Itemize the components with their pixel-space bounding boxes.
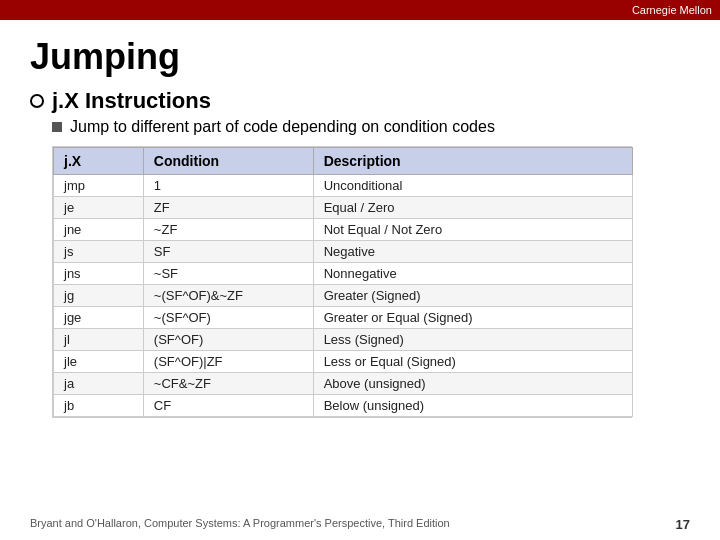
col-header-jx: j.X	[54, 148, 144, 175]
table-cell-1-2: Equal / Zero	[313, 197, 632, 219]
table-cell-6-0: jge	[54, 307, 144, 329]
table-cell-8-2: Less or Equal (Signed)	[313, 351, 632, 373]
table-cell-3-0: js	[54, 241, 144, 263]
table-cell-8-0: jle	[54, 351, 144, 373]
table-cell-1-0: je	[54, 197, 144, 219]
table-cell-6-1: ~(SF^OF)	[143, 307, 313, 329]
table-row: jg~(SF^OF)&~ZFGreater (Signed)	[54, 285, 633, 307]
table-container: j.X Condition Description jmp1Unconditio…	[52, 146, 632, 418]
table-cell-7-2: Less (Signed)	[313, 329, 632, 351]
table-cell-0-2: Unconditional	[313, 175, 632, 197]
table-cell-3-2: Negative	[313, 241, 632, 263]
table-cell-7-1: (SF^OF)	[143, 329, 313, 351]
table-row: jge~(SF^OF)Greater or Equal (Signed)	[54, 307, 633, 329]
footer-citation: Bryant and O'Hallaron, Computer Systems:…	[30, 517, 450, 532]
table-row: jns~SFNonnegative	[54, 263, 633, 285]
table-cell-0-0: jmp	[54, 175, 144, 197]
header-bar: Carnegie Mellon	[0, 0, 720, 20]
table-cell-9-1: ~CF&~ZF	[143, 373, 313, 395]
table-cell-9-0: ja	[54, 373, 144, 395]
jump-table: j.X Condition Description jmp1Unconditio…	[53, 147, 633, 417]
table-cell-7-0: jl	[54, 329, 144, 351]
footer: Bryant and O'Hallaron, Computer Systems:…	[30, 517, 690, 532]
section-header: j.X Instructions	[30, 88, 690, 114]
table-cell-6-2: Greater or Equal (Signed)	[313, 307, 632, 329]
table-cell-8-1: (SF^OF)|ZF	[143, 351, 313, 373]
table-row: jle(SF^OF)|ZFLess or Equal (Signed)	[54, 351, 633, 373]
sub-bullet: Jump to different part of code depending…	[52, 118, 690, 136]
col-header-condition: Condition	[143, 148, 313, 175]
table-cell-2-0: jne	[54, 219, 144, 241]
table-cell-5-1: ~(SF^OF)&~ZF	[143, 285, 313, 307]
table-row: jl(SF^OF)Less (Signed)	[54, 329, 633, 351]
table-cell-1-1: ZF	[143, 197, 313, 219]
sub-bullet-marker-icon	[52, 122, 62, 132]
table-cell-0-1: 1	[143, 175, 313, 197]
table-cell-3-1: SF	[143, 241, 313, 263]
table-cell-2-2: Not Equal / Not Zero	[313, 219, 632, 241]
table-row: jbCFBelow (unsigned)	[54, 395, 633, 417]
table-cell-5-2: Greater (Signed)	[313, 285, 632, 307]
table-row: jsSFNegative	[54, 241, 633, 263]
col-header-description: Description	[313, 148, 632, 175]
table-cell-9-2: Above (unsigned)	[313, 373, 632, 395]
brand-name: Carnegie Mellon	[632, 4, 712, 16]
page-title: Jumping	[30, 36, 690, 78]
table-cell-4-0: jns	[54, 263, 144, 285]
table-cell-4-1: ~SF	[143, 263, 313, 285]
table-cell-4-2: Nonnegative	[313, 263, 632, 285]
table-row: jne~ZFNot Equal / Not Zero	[54, 219, 633, 241]
table-cell-10-0: jb	[54, 395, 144, 417]
sub-bullet-text: Jump to different part of code depending…	[70, 118, 495, 136]
table-cell-10-1: CF	[143, 395, 313, 417]
table-cell-10-2: Below (unsigned)	[313, 395, 632, 417]
main-content: Jumping j.X Instructions Jump to differe…	[0, 20, 720, 428]
table-cell-2-1: ~ZF	[143, 219, 313, 241]
table-row: jeZFEqual / Zero	[54, 197, 633, 219]
table-row: ja~CF&~ZFAbove (unsigned)	[54, 373, 633, 395]
section-title: j.X Instructions	[52, 88, 211, 114]
bullet-circle-icon	[30, 94, 44, 108]
table-cell-5-0: jg	[54, 285, 144, 307]
footer-page-number: 17	[676, 517, 690, 532]
table-row: jmp1Unconditional	[54, 175, 633, 197]
